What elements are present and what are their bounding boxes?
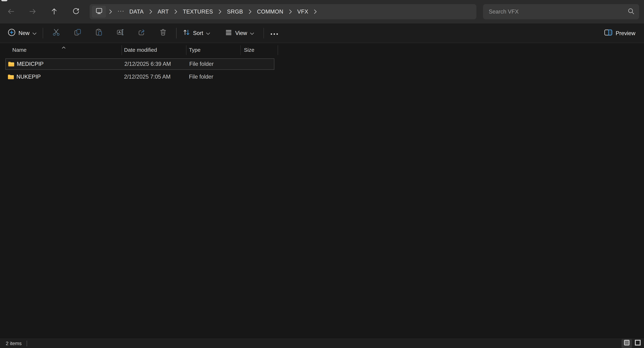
file-type: File folder <box>189 74 213 80</box>
window-corner-fragment <box>1 0 8 1</box>
column-header-row: Name Date modified Type Size <box>0 44 644 56</box>
preview-pane-icon <box>604 29 613 37</box>
new-button[interactable]: New <box>4 26 40 40</box>
column-resize-handle[interactable] <box>186 45 186 55</box>
arrow-up-icon <box>50 8 58 15</box>
breadcrumb-this-pc[interactable] <box>92 6 106 18</box>
breadcrumb-item-data[interactable]: DATA <box>127 7 146 17</box>
column-resize-handle[interactable] <box>122 45 122 55</box>
toolbar-separator <box>43 28 43 39</box>
details-view-toggle[interactable] <box>622 339 632 348</box>
back-button[interactable] <box>4 4 18 19</box>
chevron-right-icon <box>149 9 152 14</box>
file-name: MEDICPIP <box>17 61 44 67</box>
sort-button-label: Sort <box>193 30 203 37</box>
chevron-down-icon <box>32 30 36 37</box>
refresh-button[interactable] <box>69 4 84 19</box>
copy-button[interactable] <box>70 26 86 41</box>
breadcrumb-item-art[interactable]: ART <box>155 7 172 17</box>
share-icon <box>138 28 146 38</box>
folder-icon <box>8 74 14 80</box>
preview-button-label: Preview <box>616 30 635 37</box>
chevron-right-icon <box>314 9 317 14</box>
refresh-icon <box>72 8 80 15</box>
clipboard-paste-icon <box>95 28 103 38</box>
rename-button[interactable] <box>112 26 128 41</box>
status-bar: 2 items <box>0 339 644 348</box>
up-button[interactable] <box>47 4 62 19</box>
sort-arrows-icon <box>183 29 190 38</box>
forward-button[interactable] <box>25 4 40 19</box>
chevron-right-icon <box>174 9 177 14</box>
thumbnail-view-icon <box>634 339 641 348</box>
details-view-icon <box>623 339 630 348</box>
file-explorer-window: ··· DATA ART TEXTURES SRGB COMMON VFX <box>0 0 644 348</box>
monitor-icon <box>95 7 103 16</box>
column-header-size[interactable]: Size <box>244 47 254 53</box>
search-input[interactable] <box>483 4 639 19</box>
file-type: File folder <box>189 61 214 67</box>
preview-button[interactable]: Preview <box>600 26 639 40</box>
scissors-cut-icon <box>52 28 60 38</box>
view-button-label: View <box>235 30 247 37</box>
trash-delete-icon <box>159 28 167 38</box>
arrow-right-icon <box>29 8 36 15</box>
toolbar-separator <box>264 28 264 39</box>
search-icon[interactable] <box>628 8 635 17</box>
breadcrumb-item-vfx[interactable]: VFX <box>295 7 311 17</box>
breadcrumb-item-textures[interactable]: TEXTURES <box>180 7 216 17</box>
column-header-type[interactable]: Type <box>189 47 200 53</box>
column-header-date-modified[interactable]: Date modified <box>124 47 157 53</box>
chevron-right-icon <box>248 9 252 14</box>
file-name: NUKEPIP <box>16 74 41 80</box>
chevron-down-icon <box>250 30 254 37</box>
arrow-left-icon <box>8 8 15 15</box>
chevron-right-icon <box>218 9 222 14</box>
plus-circle-icon <box>8 29 16 38</box>
list-view-icon <box>225 29 232 38</box>
breadcrumb-item-srgb[interactable]: SRGB <box>224 7 246 17</box>
copy-icon <box>74 28 82 38</box>
chevron-right-icon <box>289 9 292 14</box>
new-button-label: New <box>18 30 30 37</box>
file-row-medicpip[interactable]: MEDICPIP 2/12/2025 6:39 AM File folder <box>6 59 274 70</box>
item-count-label: 2 items <box>6 340 22 346</box>
see-more-button[interactable] <box>266 26 282 40</box>
breadcrumb-item-common[interactable]: COMMON <box>254 7 286 17</box>
view-button[interactable]: View <box>221 26 258 40</box>
rename-icon <box>116 28 124 38</box>
sort-ascending-caret-icon <box>62 44 66 50</box>
sort-button[interactable]: Sort <box>179 26 214 40</box>
ellipsis-icon <box>270 29 278 37</box>
command-toolbar: New <box>0 24 644 43</box>
column-resize-handle[interactable] <box>240 45 240 55</box>
address-bar[interactable]: ··· DATA ART TEXTURES SRGB COMMON VFX <box>90 4 476 19</box>
title-navigation-bar: ··· DATA ART TEXTURES SRGB COMMON VFX <box>0 0 644 24</box>
folder-icon <box>8 61 15 67</box>
paste-button[interactable] <box>91 26 107 41</box>
file-row-nukepip[interactable]: NUKEPIP 2/12/2025 7:05 AM File folder <box>6 71 274 83</box>
column-header-name[interactable]: Name <box>12 47 26 53</box>
chevron-right-icon <box>109 9 112 14</box>
chevron-down-icon <box>206 30 210 37</box>
toolbar-separator <box>176 28 176 39</box>
status-separator <box>27 340 27 346</box>
cut-button[interactable] <box>48 26 64 41</box>
share-button[interactable] <box>134 26 150 41</box>
thumbnail-view-toggle[interactable] <box>633 339 643 348</box>
file-date-modified: 2/12/2025 7:05 AM <box>124 74 170 80</box>
breadcrumb-overflow[interactable]: ··· <box>115 7 127 17</box>
search-box <box>483 4 639 19</box>
file-date-modified: 2/12/2025 6:39 AM <box>124 61 171 67</box>
delete-button[interactable] <box>155 26 171 41</box>
column-resize-handle[interactable] <box>278 45 278 55</box>
